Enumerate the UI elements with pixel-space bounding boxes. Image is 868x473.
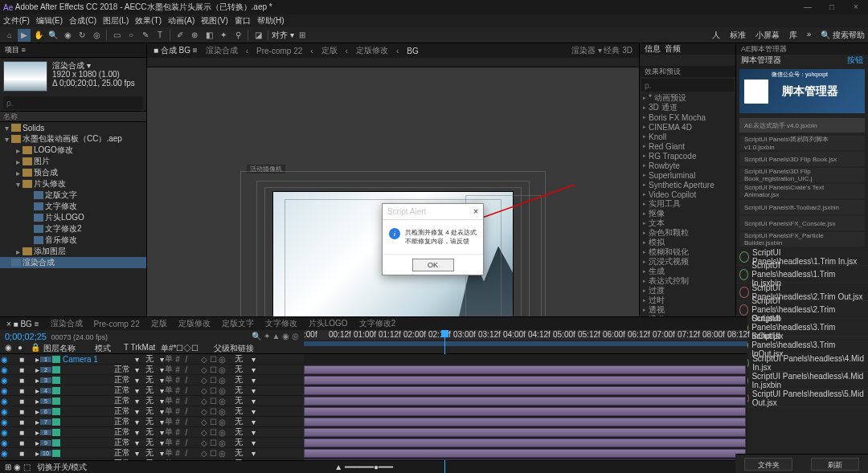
- ok-button[interactable]: OK: [412, 259, 454, 271]
- project-item[interactable]: ▾水墨包装动画板（CC）.aep: [0, 133, 146, 145]
- project-search[interactable]: ρ.: [3, 96, 143, 109]
- layer-track-bar[interactable]: [304, 376, 746, 385]
- project-item[interactable]: ▸添加图层: [0, 246, 146, 257]
- effects-presets-tab[interactable]: 效果和预设: [640, 66, 735, 77]
- effect-category[interactable]: Rowbyte: [640, 161, 735, 170]
- rect-tool[interactable]: ▭: [110, 29, 123, 42]
- folder-button[interactable]: 文件夹: [744, 458, 792, 471]
- viewer-tab[interactable]: ■ 合成 BG ≡: [154, 45, 198, 56]
- crumb-4[interactable]: BG: [407, 47, 418, 55]
- text-tool[interactable]: T: [154, 29, 166, 42]
- script-headless-item[interactable]: ScriptUI Panels\headless\1.Trim In.jsxbi…: [736, 266, 868, 283]
- window-close[interactable]: ×: [844, 0, 868, 14]
- effect-category[interactable]: RG Trapcode: [640, 151, 735, 161]
- effects-search[interactable]: ρ.: [641, 79, 734, 92]
- workspace-more[interactable]: »: [807, 30, 812, 41]
- orbit-tool[interactable]: ◉: [61, 29, 74, 42]
- project-item[interactable]: 文字修改: [0, 201, 146, 212]
- layer-track-bar[interactable]: [304, 418, 746, 426]
- effect-category[interactable]: 3D 通道: [640, 103, 735, 112]
- project-tab[interactable]: 项目 ≡: [0, 43, 146, 58]
- selection-tool[interactable]: ▶: [18, 29, 31, 42]
- timeline-tab[interactable]: × ■ BG ≡: [6, 320, 39, 328]
- layer-track-bar[interactable]: [304, 365, 746, 374]
- window-maximize[interactable]: □: [820, 0, 844, 14]
- script-item[interactable]: ScriptUI Panels\FX_Particle Builder.jsxb…: [739, 232, 865, 247]
- workspace-small[interactable]: 小屏幕: [755, 30, 780, 41]
- script-headless-item[interactable]: ScriptUI Panels\headless\4.Mid In.jsxbin: [736, 372, 868, 389]
- project-item[interactable]: 文字修改2: [0, 223, 146, 234]
- window-minimize[interactable]: —: [796, 0, 820, 14]
- dialog-close[interactable]: ×: [473, 207, 478, 216]
- timeline-tab[interactable]: 定版修改: [178, 318, 211, 329]
- menu-animation[interactable]: 动画(A): [168, 15, 194, 27]
- script-item[interactable]: ScriptUI Panels\Crate's Text Animator.js…: [739, 184, 865, 198]
- layer-track-bar[interactable]: [304, 407, 746, 416]
- layer-track-bar[interactable]: [304, 438, 746, 447]
- clone-tool[interactable]: ⊕: [188, 29, 201, 42]
- project-item[interactable]: 片头LOGO: [0, 212, 146, 223]
- menu-help[interactable]: 帮助(H): [257, 15, 285, 27]
- info-tab[interactable]: 信息: [645, 43, 661, 55]
- timeline-tab[interactable]: 定版文字: [222, 318, 254, 329]
- script-headless-item[interactable]: ScriptUI Panels\headless\4.Mid In.jsx: [736, 354, 868, 372]
- effect-category[interactable]: CINEMA 4D: [640, 122, 735, 132]
- effect-category[interactable]: Boris FX Mocha: [640, 112, 735, 122]
- layer-track-bar[interactable]: [304, 428, 746, 437]
- project-col-name[interactable]: 名称: [0, 111, 146, 122]
- timeline-tab[interactable]: 定版: [151, 318, 167, 329]
- layer-track-bar[interactable]: [304, 397, 746, 406]
- menu-window[interactable]: 窗口: [235, 15, 251, 27]
- toggle-switches[interactable]: ⊞ ◉ ⬚: [5, 463, 31, 471]
- project-item[interactable]: ▾Solids: [0, 122, 146, 133]
- script-item[interactable]: ScriptUI Panels\3D Flip Book_registratio…: [739, 168, 865, 182]
- crumb-3[interactable]: 定版修改: [356, 45, 388, 56]
- project-item[interactable]: ▸图片: [0, 156, 146, 167]
- script-item[interactable]: ScriptUI Panels\ft-Toolbar2.jsxbin: [739, 200, 865, 214]
- timeline-tab[interactable]: 片头LOGO: [309, 318, 348, 329]
- workspace-default[interactable]: 人: [712, 30, 720, 41]
- hand-tool[interactable]: ✋: [32, 29, 45, 42]
- refresh-button[interactable]: 刷新: [811, 458, 859, 471]
- ellipse-tool[interactable]: ○: [125, 29, 137, 42]
- script-highlighted[interactable]: AE表达式助手 v4.0.jsxbin: [739, 118, 865, 133]
- script-headless-item[interactable]: ScriptUI Panels\headless\5.Mid Out.jsx: [736, 389, 868, 407]
- renderer-label[interactable]: 渲染器 ▾ 经典 3D: [571, 45, 633, 56]
- workspace-standard[interactable]: 标准: [730, 30, 746, 41]
- menu-layer[interactable]: 图层(L): [103, 15, 129, 27]
- menu-effect[interactable]: 效果(T): [135, 15, 162, 27]
- timeline-tab[interactable]: 文字修改: [265, 318, 297, 329]
- project-item[interactable]: ▸LOGO修改: [0, 145, 146, 156]
- search-help[interactable]: 🔍 搜索帮助: [821, 30, 865, 41]
- effect-category[interactable]: Knoll: [640, 132, 735, 141]
- timeline-tab[interactable]: 渲染合成: [51, 318, 83, 329]
- menu-view[interactable]: 视图(V): [201, 15, 227, 27]
- scripts-tab[interactable]: 脚本管理器按钮: [736, 55, 868, 66]
- effect-category[interactable]: Red Giant: [640, 141, 735, 151]
- brush-tool[interactable]: ✐: [174, 29, 186, 42]
- zoom-tool[interactable]: 🔍: [47, 29, 59, 42]
- script-item[interactable]: ScriptUI Panels\3D Flip Book.jsx: [739, 152, 865, 166]
- crumb-2[interactable]: 定版: [321, 45, 338, 56]
- roto-tool[interactable]: ✦: [217, 29, 230, 42]
- project-item[interactable]: 音乐修改: [0, 234, 146, 246]
- eraser-tool[interactable]: ◧: [203, 29, 215, 42]
- crumb-1[interactable]: Pre-comp 22: [256, 47, 302, 55]
- puppet-tool[interactable]: ⚲: [231, 29, 244, 42]
- project-item[interactable]: ▸预合成: [0, 167, 146, 178]
- camera-tool[interactable]: ◎: [90, 29, 103, 42]
- script-item[interactable]: ScriptUI Panels\简易阵列脚本 v1.0.jsxbin: [739, 136, 865, 150]
- project-item[interactable]: 渲染合成: [0, 257, 146, 268]
- menu-composition[interactable]: 合成(C): [69, 15, 96, 27]
- snap-icon[interactable]: ⊞: [296, 29, 309, 42]
- home-tool[interactable]: ⌂: [3, 29, 16, 42]
- project-item[interactable]: 定版文字: [0, 190, 146, 201]
- layer-track-bar[interactable]: [304, 386, 746, 395]
- layer-track-bar[interactable]: [304, 449, 746, 458]
- menu-file[interactable]: 文件(F): [3, 15, 30, 27]
- workspace-library[interactable]: 库: [789, 30, 797, 41]
- snapping-label[interactable]: 对齐 ▾: [272, 30, 294, 41]
- timeline-tab[interactable]: 文字修改2: [359, 318, 396, 329]
- layer-track-bar[interactable]: [304, 459, 746, 460]
- rotation-tool[interactable]: ↻: [76, 29, 88, 42]
